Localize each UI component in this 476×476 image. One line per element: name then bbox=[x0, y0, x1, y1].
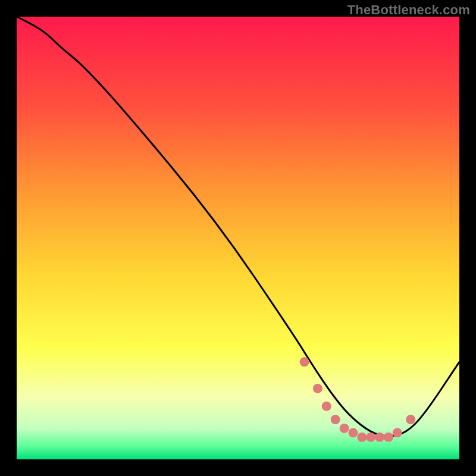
highlight-dot bbox=[322, 402, 331, 411]
highlight-dot bbox=[340, 424, 349, 433]
highlight-dot bbox=[375, 433, 384, 442]
highlight-dot bbox=[393, 428, 402, 437]
highlight-dot bbox=[366, 433, 375, 442]
watermark-text: TheBottleneck.com bbox=[347, 2, 470, 18]
highlight-dot bbox=[348, 428, 358, 437]
highlight-dot bbox=[300, 357, 309, 367]
highlight-dot bbox=[384, 433, 393, 442]
bottleneck-curve bbox=[17, 17, 459, 436]
highlight-dot bbox=[313, 384, 322, 393]
highlight-dot bbox=[331, 415, 340, 424]
chart-svg bbox=[17, 17, 459, 459]
chart-frame: TheBottleneck.com bbox=[0, 0, 476, 476]
highlight-dot bbox=[357, 433, 367, 442]
highlight-dot bbox=[406, 415, 415, 424]
